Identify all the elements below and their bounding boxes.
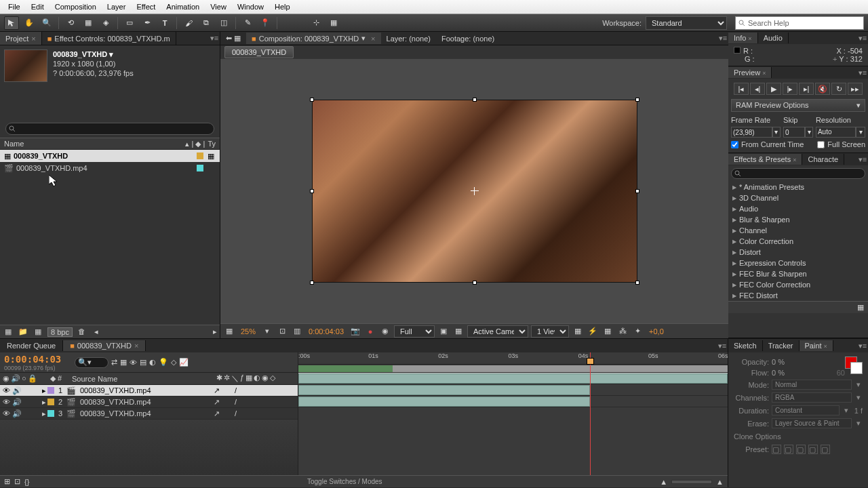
menu-layer[interactable]: Layer [102, 1, 132, 13]
mute-icon[interactable]: 🔇 [815, 83, 830, 95]
anchor-tool-icon[interactable]: ◈ [98, 16, 113, 30]
timeline-comp-tab[interactable]: ■000839_VTXHD× [63, 340, 146, 351]
from-current-time-checkbox[interactable] [731, 141, 738, 148]
panel-menu-icon[interactable]: ▾≡ [857, 34, 868, 43]
snapshot-icon[interactable]: 📷 [349, 326, 361, 337]
panel-menu-icon[interactable]: ▾≡ [717, 342, 728, 350]
project-item-comp[interactable]: ▦ 000839_VTXHD ▦ [0, 150, 220, 162]
interpret-icon[interactable]: ▦ [3, 327, 14, 337]
effects-category[interactable]: ▶3D Channel [728, 192, 868, 203]
expand-icon[interactable]: ⊞ [4, 477, 10, 486]
mode-select[interactable]: Normal [772, 380, 852, 390]
camera-tool-icon[interactable]: ▦ [81, 16, 96, 30]
skip-input[interactable] [783, 127, 805, 138]
paint-tab[interactable]: Paint× [800, 340, 833, 351]
opacity-value[interactable]: 0 % [772, 358, 785, 366]
effects-category[interactable]: ▶FEC Blur & Sharpen [728, 268, 868, 279]
panel-menu-icon[interactable]: ▾≡ [857, 155, 868, 164]
axis-tool-icon[interactable]: ⊹ [309, 16, 323, 30]
footage-tab[interactable]: Footage: (none) [436, 33, 500, 44]
erase-select[interactable]: Layer Source & Paint [772, 418, 852, 428]
pen-tool-icon[interactable]: ✒ [140, 16, 155, 30]
layer-row[interactable]: 👁🔊▸1🎬000839_VTXHD.mp4↗/ [0, 385, 298, 396]
workspace-select[interactable]: Standard [646, 16, 727, 30]
handle-mr[interactable] [635, 189, 639, 193]
frame-rate-input[interactable] [731, 127, 772, 138]
timeline-layer-bar[interactable] [298, 373, 728, 384]
full-screen-checkbox[interactable] [817, 141, 825, 148]
reset-exposure-icon[interactable]: ✦ [631, 326, 644, 337]
new-comp-icon[interactable]: ▦ [33, 327, 43, 337]
effects-presets-tab[interactable]: Effects & Presets× [728, 154, 802, 165]
label-col[interactable]: ◆ [50, 374, 56, 382]
search-help-input[interactable]: Search Help [735, 16, 864, 30]
sketch-tab[interactable]: Sketch [728, 340, 763, 351]
effects-category[interactable]: ▶Blur & Sharpen [728, 214, 868, 225]
preset-4[interactable]: ▢ [808, 445, 818, 454]
comp-mini-flowchart-icon[interactable]: ⇄ [111, 358, 117, 367]
project-item-video[interactable]: 🎬 000839_VTXHD.mp4 [0, 162, 220, 174]
menu-view[interactable]: View [205, 1, 232, 13]
audio-col-icon[interactable]: 🔊 [11, 374, 20, 383]
next-frame-icon[interactable]: |▸ [783, 83, 797, 95]
preset-2[interactable]: ▢ [784, 445, 793, 454]
channels-select[interactable]: RGBA [772, 392, 852, 403]
draft-3d-icon[interactable]: ▦ [120, 358, 127, 367]
comp-nav-icon[interactable]: ⬅ ▦ [220, 33, 246, 44]
handle-ml[interactable] [310, 189, 314, 193]
effects-category[interactable]: ▶Distort [728, 247, 868, 258]
loop-icon[interactable]: ↻ [831, 83, 846, 95]
motion-blur-icon[interactable]: ◐ [149, 358, 156, 367]
effects-category[interactable]: ▶Audio [728, 203, 868, 214]
color-mgmt-icon[interactable]: ◉ [379, 326, 391, 337]
handle-tl[interactable] [310, 98, 314, 102]
hide-shy-icon[interactable]: 👁 [130, 359, 137, 367]
preview-tab[interactable]: Preview× [728, 67, 772, 78]
auto-keyframe-icon[interactable]: ◇ [171, 358, 176, 367]
layer-row[interactable]: 👁🔊▸3🎬000839_VTXHD.mp4↗/ [0, 408, 298, 420]
effects-category[interactable]: ▶Channel [728, 225, 868, 236]
rotate-tool-icon[interactable]: ⟲ [63, 16, 78, 30]
pixel-aspect-icon[interactable]: ▦ [572, 326, 584, 337]
tracker-tab[interactable]: Tracker [763, 340, 800, 351]
character-tab[interactable]: Characte [802, 154, 844, 165]
effect-controls-tab[interactable]: ■Effect Controls: 000839_VTXHD.m [42, 32, 176, 45]
panel-menu-icon[interactable]: ▾≡ [717, 34, 728, 43]
zoom-dropdown[interactable]: ▾ [261, 326, 273, 337]
time-ruler[interactable]: :00s01s02s03s04s05s06s [298, 352, 728, 365]
rect-tool-icon[interactable]: ▭ [122, 16, 137, 30]
handle-tr[interactable] [635, 98, 639, 102]
playhead[interactable] [590, 352, 591, 475]
timecode[interactable]: 0:00:04:03 [4, 354, 66, 365]
preset-5[interactable]: ▢ [821, 445, 830, 454]
menu-file[interactable]: File [3, 1, 26, 13]
ram-preview-icon[interactable]: ▸▸ [848, 83, 863, 95]
effects-search-input[interactable] [731, 168, 865, 179]
ram-options-dropdown[interactable]: RAM Preview Options▾ [731, 99, 865, 112]
trash-icon[interactable]: 🗑 [77, 327, 87, 337]
project-search-input[interactable] [5, 123, 214, 135]
timeline-layer-bar[interactable] [298, 396, 728, 407]
fast-preview-icon[interactable]: ⚡ [587, 326, 599, 337]
preset-3[interactable]: ▢ [796, 445, 806, 454]
effects-category[interactable]: ▶Expression Controls [728, 258, 868, 268]
comp-canvas[interactable] [312, 100, 637, 283]
brainstorm-icon[interactable]: 💡 [159, 358, 168, 367]
lock-col-icon[interactable]: 🔒 [28, 374, 37, 383]
first-frame-icon[interactable]: |◂ [734, 83, 749, 95]
search-input[interactable]: 🔍▾ [75, 357, 108, 368]
roi-icon[interactable]: ▣ [437, 326, 450, 337]
snap-tool-icon[interactable]: ▦ [326, 16, 341, 30]
zoom-value[interactable]: 25% [238, 327, 258, 336]
menu-composition[interactable]: Composition [50, 1, 102, 13]
handle-br[interactable] [635, 281, 639, 285]
last-frame-icon[interactable]: ▸| [799, 83, 814, 95]
bpc-toggle[interactable]: 8 bpc [47, 327, 73, 337]
video-col-icon[interactable]: ◉ [3, 374, 9, 383]
zoom-in-icon[interactable]: ▲ [716, 478, 724, 486]
clone-tool-icon[interactable]: ⧉ [199, 16, 214, 30]
brackets-icon[interactable]: {} [24, 478, 29, 486]
label-swatch[interactable] [197, 152, 203, 159]
handle-tc[interactable] [473, 98, 477, 102]
play-icon[interactable]: ▶ [766, 83, 781, 95]
